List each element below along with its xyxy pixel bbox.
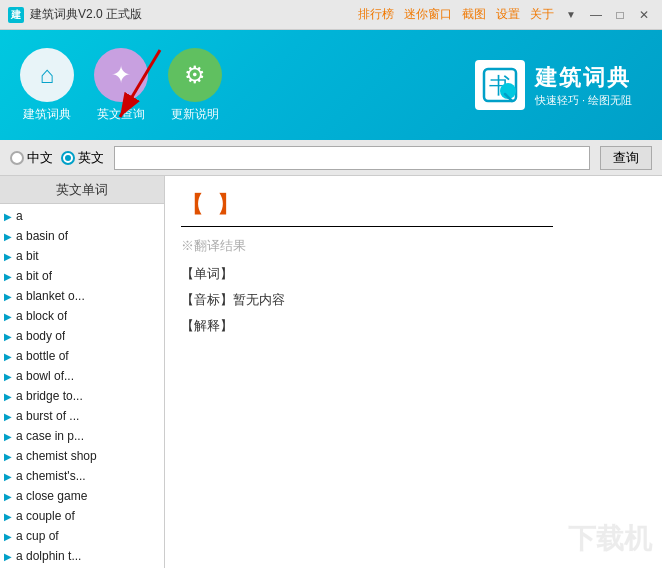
word-list-item[interactable]: ▶a couple of bbox=[0, 506, 164, 526]
word-list-item[interactable]: ▶a bit of bbox=[0, 266, 164, 286]
word-item-arrow: ▶ bbox=[4, 551, 12, 562]
word-list-item[interactable]: ▶a block of bbox=[0, 306, 164, 326]
word-list-item[interactable]: ▶a burst of ... bbox=[0, 406, 164, 426]
word-list-item[interactable]: ▶a dolphin t... bbox=[0, 546, 164, 566]
word-list-item[interactable]: ▶a cup of bbox=[0, 526, 164, 546]
radio-chinese[interactable]: 中文 bbox=[10, 149, 53, 167]
word-item-arrow: ▶ bbox=[4, 231, 12, 242]
word-list-item[interactable]: ▶a body of bbox=[0, 326, 164, 346]
header: ⌂ 建筑词典 ✦ 英文查询 ⚙ 更新说明 书 建筑词典 快速轻巧 · 绘图无阻 bbox=[0, 30, 662, 140]
definition-panel: 【 】 ※翻译结果 【单词】 【音标】暂无内容 【解释】 下载机 bbox=[165, 176, 662, 568]
logo-area: 书 建筑词典 快速轻巧 · 绘图无阻 bbox=[475, 60, 632, 110]
watermark: 下载机 bbox=[568, 520, 652, 558]
logo-text: 建筑词典 快速轻巧 · 绘图无阻 bbox=[535, 63, 632, 108]
app-icon: 建 bbox=[8, 7, 24, 23]
maximize-button[interactable]: □ bbox=[610, 5, 630, 25]
word-list-item[interactable]: ▶a bit bbox=[0, 246, 164, 266]
word-list-item[interactable]: ▶a bridge to... bbox=[0, 386, 164, 406]
word-list-content[interactable]: ▶a▶a basin of▶a bit▶a bit of▶a blanket o… bbox=[0, 204, 164, 568]
word-item-arrow: ▶ bbox=[4, 331, 12, 342]
word-list-item[interactable]: ▶a bowl of... bbox=[0, 366, 164, 386]
word-list-item[interactable]: ▶a blanket o... bbox=[0, 286, 164, 306]
word-item-text: a dolphin t... bbox=[16, 549, 81, 563]
word-item-text: a bowl of... bbox=[16, 369, 74, 383]
main-area: 英文单词 ▶a▶a basin of▶a bit▶a bit of▶a blan… bbox=[0, 176, 662, 568]
word-item-arrow: ▶ bbox=[4, 271, 12, 282]
def-translate: ※翻译结果 bbox=[181, 237, 646, 255]
word-list-item[interactable]: ▶a chemist's... bbox=[0, 466, 164, 486]
word-item-text: a cup of bbox=[16, 529, 59, 543]
title-bar-controls: — □ ✕ bbox=[586, 5, 654, 25]
title-bar-menu: 排行榜 迷你窗口 截图 设置 关于 ▼ bbox=[358, 6, 576, 23]
radio-english[interactable]: 英文 bbox=[61, 149, 104, 167]
logo-name: 建筑词典 bbox=[535, 63, 632, 93]
menu-settings[interactable]: 设置 bbox=[496, 6, 520, 23]
def-explain: 【解释】 bbox=[181, 317, 646, 335]
def-phonetics: 【音标】暂无内容 bbox=[181, 291, 646, 309]
word-item-arrow: ▶ bbox=[4, 311, 12, 322]
star-icon: ✦ bbox=[94, 48, 148, 102]
title-bar: 建 建筑词典V2.0 正式版 排行榜 迷你窗口 截图 设置 关于 ▼ — □ ✕ bbox=[0, 0, 662, 30]
nav-btn-home-label: 建筑词典 bbox=[23, 106, 71, 123]
word-item-text: a bit bbox=[16, 249, 39, 263]
home-icon: ⌂ bbox=[20, 48, 74, 102]
word-list-item[interactable]: ▶a bbox=[0, 206, 164, 226]
word-item-arrow: ▶ bbox=[4, 391, 12, 402]
nav-buttons: ⌂ 建筑词典 ✦ 英文查询 ⚙ 更新说明 bbox=[20, 48, 222, 123]
close-button[interactable]: ✕ bbox=[634, 5, 654, 25]
word-item-arrow: ▶ bbox=[4, 291, 12, 302]
menu-mini[interactable]: 迷你窗口 bbox=[404, 6, 452, 23]
word-item-arrow: ▶ bbox=[4, 431, 12, 442]
menu-screenshot[interactable]: 截图 bbox=[462, 6, 486, 23]
word-list-item[interactable]: ▶a case in p... bbox=[0, 426, 164, 446]
word-item-text: a bridge to... bbox=[16, 389, 83, 403]
minimize-button[interactable]: — bbox=[586, 5, 606, 25]
word-item-arrow: ▶ bbox=[4, 411, 12, 422]
def-word: 【单词】 bbox=[181, 265, 646, 283]
word-list-panel: 英文单词 ▶a▶a basin of▶a bit▶a bit of▶a blan… bbox=[0, 176, 165, 568]
radio-group: 中文 英文 bbox=[10, 149, 104, 167]
radio-circle-en bbox=[61, 151, 75, 165]
word-item-text: a bottle of bbox=[16, 349, 69, 363]
nav-btn-home[interactable]: ⌂ 建筑词典 bbox=[20, 48, 74, 123]
radio-label-en: 英文 bbox=[78, 149, 104, 167]
def-bracket: 【 】 bbox=[181, 190, 646, 220]
def-line bbox=[181, 226, 553, 227]
word-list-item[interactable]: ▶a bottle of bbox=[0, 346, 164, 366]
word-item-text: a bit of bbox=[16, 269, 52, 283]
menu-about[interactable]: 关于 bbox=[530, 6, 554, 23]
word-item-text: a burst of ... bbox=[16, 409, 79, 423]
word-item-text: a chemist shop bbox=[16, 449, 97, 463]
word-item-arrow: ▶ bbox=[4, 351, 12, 362]
word-item-text: a basin of bbox=[16, 229, 68, 243]
word-list-item[interactable]: ▶a chemist shop bbox=[0, 446, 164, 466]
word-item-text: a bbox=[16, 209, 23, 223]
word-item-arrow: ▶ bbox=[4, 511, 12, 522]
word-item-arrow: ▶ bbox=[4, 451, 12, 462]
word-item-text: a chemist's... bbox=[16, 469, 86, 483]
nav-btn-search[interactable]: ✦ 英文查询 bbox=[94, 48, 148, 123]
word-item-text: a couple of bbox=[16, 509, 75, 523]
word-item-text: a close game bbox=[16, 489, 87, 503]
word-item-arrow: ▶ bbox=[4, 251, 12, 262]
menu-paihang[interactable]: 排行榜 bbox=[358, 6, 394, 23]
radio-circle-cn bbox=[10, 151, 24, 165]
word-item-text: a blanket o... bbox=[16, 289, 85, 303]
logo-slogan: 快速轻巧 · 绘图无阻 bbox=[535, 93, 632, 108]
title-bar-text: 建筑词典V2.0 正式版 bbox=[30, 6, 358, 23]
search-input[interactable] bbox=[114, 146, 590, 170]
word-item-arrow: ▶ bbox=[4, 211, 12, 222]
word-item-text: a body of bbox=[16, 329, 65, 343]
word-item-arrow: ▶ bbox=[4, 531, 12, 542]
nav-btn-update[interactable]: ⚙ 更新说明 bbox=[168, 48, 222, 123]
search-button[interactable]: 查询 bbox=[600, 146, 652, 170]
radio-label-cn: 中文 bbox=[27, 149, 53, 167]
word-item-arrow: ▶ bbox=[4, 471, 12, 482]
search-bar: 中文 英文 查询 bbox=[0, 140, 662, 176]
word-list-header: 英文单词 bbox=[0, 176, 164, 204]
update-icon: ⚙ bbox=[168, 48, 222, 102]
word-item-arrow: ▶ bbox=[4, 491, 12, 502]
word-list-item[interactable]: ▶a close game bbox=[0, 486, 164, 506]
word-list-item[interactable]: ▶a basin of bbox=[0, 226, 164, 246]
menu-dropdown-arrow[interactable]: ▼ bbox=[566, 9, 576, 20]
